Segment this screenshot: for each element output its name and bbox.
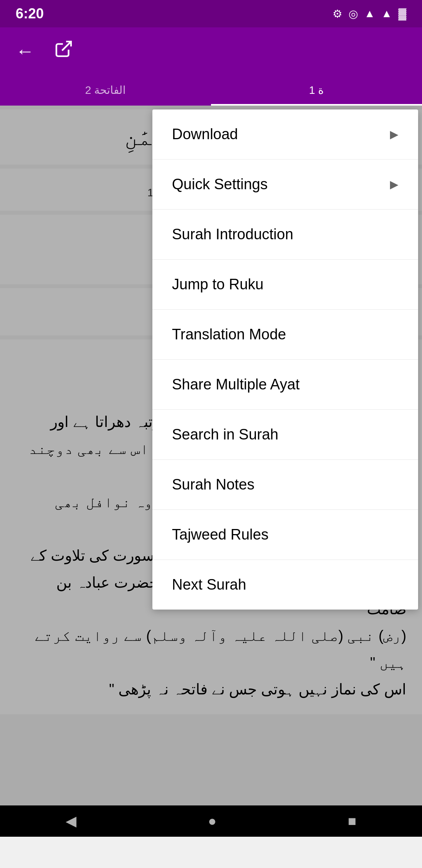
app-bar: ←	[0, 27, 422, 74]
menu-item-surah-introduction[interactable]: Surah Introduction	[152, 210, 418, 260]
status-icons: ⚙ ◎ ▲ ▲ ▓	[333, 7, 406, 20]
menu-item-quick-settings[interactable]: Quick Settings ▶	[152, 160, 418, 210]
menu-item-tajweed-rules-label: Tajweed Rules	[172, 526, 268, 543]
tab-al-fatiha-2[interactable]: الفاتحة 2	[0, 74, 211, 106]
menu-item-surah-notes-label: Surah Notes	[172, 476, 254, 493]
menu-item-surah-introduction-label: Surah Introduction	[172, 226, 293, 243]
menu-item-download[interactable]: Download ▶	[152, 109, 418, 160]
menu-item-next-surah-label: Next Surah	[172, 576, 246, 593]
menu-arrow-download: ▶	[390, 128, 399, 141]
record-icon: ◎	[349, 7, 358, 20]
menu-item-search-in-surah[interactable]: Search in Surah	[152, 410, 418, 460]
menu-arrow-quick-settings: ▶	[390, 178, 399, 191]
battery-icon: ▓	[399, 7, 406, 20]
menu-item-next-surah[interactable]: Next Surah	[152, 560, 418, 610]
menu-item-surah-notes[interactable]: Surah Notes	[152, 460, 418, 510]
tab-bar: الفاتحة 2 1 ة	[0, 74, 422, 106]
menu-item-quick-settings-label: Quick Settings	[172, 176, 268, 193]
dropdown-menu: Download ▶ Quick Settings ▶ Surah Introd…	[152, 109, 418, 610]
menu-item-translation-mode[interactable]: Translation Mode	[152, 310, 418, 360]
share-button[interactable]	[50, 35, 77, 66]
menu-item-translation-mode-label: Translation Mode	[172, 326, 286, 343]
menu-item-jump-to-ruku[interactable]: Jump to Ruku	[152, 260, 418, 310]
signal-icon: ▲	[381, 7, 392, 20]
menu-item-share-multiple-ayat-label: Share Multiple Ayat	[172, 376, 300, 393]
menu-item-share-multiple-ayat[interactable]: Share Multiple Ayat	[152, 360, 418, 410]
main-content: ٱلرَّحِيمِ ٱلرَّحۡمَٰنِ 1 سورۃ رکوع 1 پا…	[0, 106, 422, 837]
menu-item-download-label: Download	[172, 126, 238, 143]
back-button[interactable]: ←	[12, 36, 38, 66]
settings-icon: ⚙	[333, 7, 342, 20]
status-time: 6:20	[16, 5, 44, 22]
status-bar: 6:20 ⚙ ◎ ▲ ▲ ▓	[0, 0, 422, 27]
tab-1[interactable]: 1 ة	[211, 74, 422, 106]
wifi-icon: ▲	[364, 7, 375, 20]
menu-item-jump-to-ruku-label: Jump to Ruku	[172, 276, 263, 293]
menu-item-tajweed-rules[interactable]: Tajweed Rules	[152, 510, 418, 560]
svg-line-0	[62, 41, 71, 50]
menu-item-search-in-surah-label: Search in Surah	[172, 426, 279, 443]
